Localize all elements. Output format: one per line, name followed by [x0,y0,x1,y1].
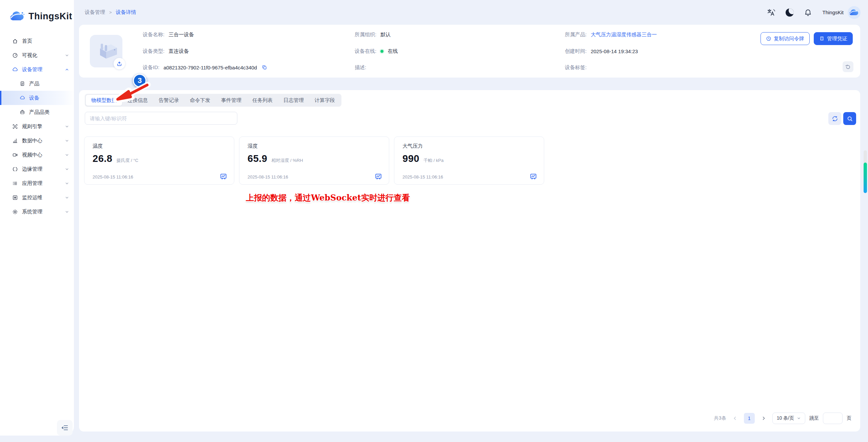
scrollbar-track[interactable] [864,150,867,193]
tab-computed-fields[interactable]: 计算字段 [309,95,340,106]
telemetry-card-humidity[interactable]: 湿度 65.9 相对湿度 / %RH 2025-08-15 11:06:16 [239,136,389,185]
category-icon [20,109,25,115]
tab-command-issue[interactable]: 命令下发 [184,95,216,106]
topbar-actions: ThingsKit [767,6,861,19]
copy-token-label: 复制访问令牌 [774,36,804,42]
field-label: 所属组织: [355,31,376,38]
sidebar-item-label: 视频中心 [22,152,42,158]
pagination-prev-button[interactable] [730,414,740,423]
sidebar-item-home[interactable]: 首页 [0,34,74,48]
device-image [90,35,122,67]
status-badge: 在线 [388,48,398,55]
tab-alarm-records[interactable]: 告警记录 [153,95,184,106]
edge-icon [12,166,18,172]
tab-event-management[interactable]: 事件管理 [216,95,247,106]
sidebar-item-edge-management[interactable]: 边缘管理 [0,162,74,176]
sidebar-item-label: 监控运维 [22,194,42,201]
device-detail-tabs-panel: 物模型数据 连接信息 告警记录 命令下发 事件管理 任务列表 日志管理 计算字段… [79,90,860,432]
tab-task-list[interactable]: 任务列表 [247,95,278,106]
breadcrumb-parent[interactable]: 设备管理 [85,9,105,16]
field-value: 直连设备 [169,48,189,55]
page: ThingsKit 首页 可视化 设备管理 产品 [0,0,868,442]
sidebar-item-device-management[interactable]: 设备管理 [0,62,74,77]
gear-icon [12,209,18,215]
sidebar-item-label: 产品品类 [29,109,50,115]
sidebar-item-product-category[interactable]: 产品品类 [0,105,74,119]
sidebar-item-video-center[interactable]: 视频中心 [0,148,74,162]
sidebar-item-rule-engine[interactable]: 规则引擎 [0,119,74,133]
field-label: 设备名称: [143,31,164,38]
sidebar-item-label: 系统管理 [22,209,42,215]
card-title: 温度 [93,143,103,149]
annotation-arrow-icon [113,81,151,102]
chart-history-icon[interactable] [220,173,227,180]
field-value: 默认 [380,31,391,38]
field-label: 所属产品: [565,31,587,38]
topbar: 设备管理 > 设备详情 ThingsKit [74,0,868,25]
username: ThingsKit [822,9,844,15]
bar-chart-icon [12,138,18,144]
field-label: 设备在线: [355,48,376,55]
sidebar-item-system-management[interactable]: 系统管理 [0,205,74,219]
chevron-down-icon [65,210,69,214]
product-link[interactable]: 大气压力温湿度传感器三合一 [591,31,657,38]
sidebar-item-app-management[interactable]: 应用管理 [0,176,74,190]
cloud-device-icon [12,67,18,72]
search-icon [847,115,853,122]
sidebar-item-label: 设备 [29,95,39,101]
cloud-device-icon [20,95,25,101]
translate-icon[interactable] [767,8,775,17]
moon-icon[interactable] [786,8,794,17]
copy-token-button[interactable]: 复制访问令牌 [761,32,810,45]
refresh-button[interactable] [828,112,841,125]
sidebar-collapse-button[interactable] [57,420,73,436]
search-button[interactable] [843,112,856,125]
tab-log-management[interactable]: 日志管理 [278,95,309,106]
sidebar-item-device[interactable]: 设备 [0,91,74,105]
breadcrumb-separator: > [109,10,112,15]
manage-credentials-label: 管理凭证 [827,36,847,42]
search-input[interactable] [85,112,237,125]
chevron-down-icon [65,124,69,129]
user-menu[interactable]: ThingsKit [822,6,861,19]
chart-history-icon[interactable] [530,173,537,180]
field-product: 所属产品: 大气压力温湿度传感器三合一 [565,30,657,39]
brand-logo: ThingsKit [0,0,74,22]
field-device-type: 设备类型: 直连设备 [143,47,189,55]
field-value: a0821320-7902-11f0-9675-efba4c4c340d [163,65,257,70]
field-organization: 所属组织: 默认 [355,30,391,39]
chevron-down-icon [65,195,69,200]
sidebar-item-data-center[interactable]: 数据中心 [0,133,74,148]
page-size-select[interactable]: 10 条/页 [772,413,805,424]
pagination-page-1[interactable]: 1 [744,413,755,424]
brand-name: ThingsKit [28,11,72,22]
card-value: 26.8 [93,153,112,164]
card-timestamp: 2025-08-15 11:06:16 [93,174,133,180]
telemetry-card-pressure[interactable]: 大气压力 990 千帕 / kPa 2025-08-15 11:06:16 [394,136,544,185]
field-description: 描述: [355,63,370,71]
sidebar-item-monitor-ops[interactable]: 监控运维 [0,190,74,205]
telemetry-card-temperature[interactable]: 温度 26.8 摄氏度 / °C 2025-08-15 11:06:16 [84,136,234,185]
chart-history-icon[interactable] [375,173,382,180]
copy-icon[interactable] [262,65,267,70]
upload-icon[interactable] [114,58,125,69]
scrollbar-thumb[interactable] [864,163,867,193]
jump-page-input[interactable] [823,413,843,424]
manage-credentials-button[interactable]: 管理凭证 [814,32,853,45]
sidebar-item-label: 边缘管理 [22,166,42,172]
sidebar-item-product[interactable]: 产品 [0,77,74,91]
device-actions: 复制访问令牌 管理凭证 [761,32,853,45]
pagination-next-button[interactable] [759,414,768,423]
bell-icon[interactable] [804,8,812,17]
undo-icon[interactable] [843,61,853,72]
app-list-icon [12,181,18,186]
sidebar-item-label: 设备管理 [22,66,42,73]
sidebar-item-label: 应用管理 [22,180,42,187]
card-unit: 摄氏度 / °C [116,157,138,164]
field-label: 创建时间: [565,48,587,55]
field-device-id: 设备ID: a0821320-7902-11f0-9675-efba4c4c34… [143,63,267,71]
chevron-down-icon [65,167,69,171]
card-value: 65.9 [248,153,267,164]
sidebar-item-visualization[interactable]: 可视化 [0,48,74,62]
home-icon [12,38,18,44]
